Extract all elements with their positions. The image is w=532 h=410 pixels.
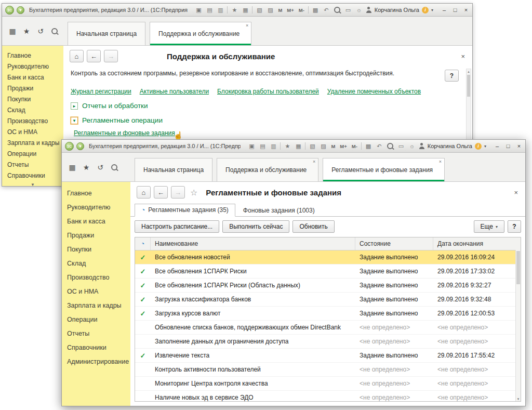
tab-close-icon[interactable]: × bbox=[246, 23, 248, 28]
calendar-icon[interactable]: ▧ bbox=[308, 142, 316, 150]
user-menu-chevron-icon[interactable]: ▾ bbox=[484, 144, 486, 149]
user-lock-link[interactable]: Блокировка работы пользователей bbox=[217, 88, 319, 95]
memory-plus-button[interactable]: М+ bbox=[339, 143, 348, 149]
sidebar-item-zarplata-i-kadry[interactable]: Зарплата и кадры bbox=[62, 298, 130, 312]
main-menu-button[interactable]: 1С bbox=[65, 142, 74, 151]
info-icon[interactable]: i bbox=[475, 143, 482, 150]
undo-icon[interactable]: ↶ bbox=[375, 142, 383, 150]
tab-start-page[interactable]: Начальная страница bbox=[68, 22, 145, 45]
run-now-button[interactable]: Выполнить сейчас bbox=[222, 220, 289, 233]
scroll-down-icon[interactable]: ▼ bbox=[516, 398, 521, 401]
close-button[interactable]: × bbox=[516, 143, 522, 149]
sidebar-scroll-down-icon[interactable]: ▼ bbox=[2, 182, 63, 186]
memory-plus-button[interactable]: М+ bbox=[286, 7, 295, 13]
sidebar-item-os-i-nma[interactable]: ОС и НМА bbox=[2, 126, 63, 137]
sidebar-item-bank-i-kassa[interactable]: Банк и касса bbox=[2, 72, 63, 83]
save-icon[interactable]: ▣ bbox=[194, 6, 203, 14]
sidebar-item-proizvodstvo[interactable]: Производство bbox=[62, 270, 130, 284]
tab-close-icon[interactable]: × bbox=[439, 159, 442, 164]
maximize-button[interactable]: □ bbox=[452, 7, 458, 13]
scrollbar-thumb[interactable] bbox=[467, 75, 470, 97]
favorites-icon[interactable]: ★ bbox=[283, 142, 291, 150]
subtab-scheduled-jobs[interactable]: ◔ Регламентные задания (35) bbox=[135, 204, 235, 217]
scheduled-jobs-link[interactable]: Регламентные и фоновые задания bbox=[74, 129, 175, 137]
user-name[interactable]: Корчагина Ольга bbox=[428, 143, 472, 149]
main-sections-icon[interactable]: ▦ bbox=[68, 163, 76, 171]
collapse-icon[interactable]: ▾ bbox=[71, 117, 78, 124]
sidebar-item-sklad[interactable]: Склад bbox=[2, 104, 63, 115]
history-icon[interactable]: ↺ bbox=[96, 163, 104, 171]
active-users-link[interactable]: Активные пользователи bbox=[140, 88, 209, 95]
tab-support[interactable]: Поддержка и обслуживание × bbox=[150, 22, 251, 45]
sidebar-item-zarplata-i-kadry[interactable]: Зарплата и кадры bbox=[2, 137, 63, 148]
sidebar-item-prodazhi[interactable]: Продажи bbox=[62, 228, 130, 242]
subtab-background-jobs[interactable]: Фоновые задания (1003) bbox=[236, 204, 322, 217]
refresh-button[interactable]: Обновить bbox=[292, 220, 334, 233]
favorites-icon[interactable]: ★ bbox=[230, 6, 238, 14]
table-row[interactable]: ✓ Все обновления 1СПАРК Риски Задание вы… bbox=[135, 264, 521, 279]
sidebar-item-sklad[interactable]: Склад bbox=[62, 256, 130, 270]
sidebar-item-prodazhi[interactable]: Продажи bbox=[2, 83, 63, 94]
recent-icon[interactable]: ▦ bbox=[241, 6, 249, 14]
main-menu-arrow-button[interactable]: ▾ bbox=[17, 6, 24, 14]
expand-icon[interactable]: ▸ bbox=[71, 102, 78, 110]
table-row[interactable]: ✓ Все обновления новостей Задание выполн… bbox=[135, 250, 521, 264]
memory-recall-button[interactable]: М bbox=[330, 143, 336, 149]
table-row[interactable]: Контроль активности пользователей <не оп… bbox=[135, 363, 521, 377]
undo-icon[interactable]: ↶ bbox=[322, 6, 330, 14]
table-row[interactable]: ✓ Загрузка классификатора банков Задание… bbox=[135, 293, 521, 307]
search-icon[interactable] bbox=[333, 6, 341, 14]
tab-support[interactable]: Поддержка и обслуживание × bbox=[217, 158, 318, 181]
back-button[interactable]: ← bbox=[87, 50, 101, 62]
main-sections-icon[interactable]: ▦ bbox=[8, 27, 17, 35]
date-column-header[interactable]: Дата окончания bbox=[433, 237, 521, 250]
calculator-icon[interactable]: ▨ bbox=[319, 142, 327, 150]
copy-icon[interactable]: ▩ bbox=[364, 142, 373, 150]
delete-marked-objects-link[interactable]: Удаление помеченных объектов bbox=[327, 88, 421, 95]
sidebar-item-glavnoe[interactable]: Главное bbox=[62, 186, 130, 200]
table-row[interactable]: ✓ Загрузка курсов валют Задание выполнен… bbox=[135, 307, 521, 321]
search-icon[interactable] bbox=[386, 142, 394, 150]
minimize-button[interactable]: – bbox=[494, 143, 500, 149]
calculator-icon[interactable]: ▨ bbox=[266, 6, 274, 14]
print-preview-icon[interactable]: ▥ bbox=[216, 6, 224, 14]
help-button[interactable]: ? bbox=[508, 220, 521, 233]
sidebar-item-spravochniki[interactable]: Справочники bbox=[62, 340, 130, 354]
close-button[interactable]: × bbox=[463, 7, 469, 13]
copy-icon[interactable]: ▩ bbox=[311, 6, 320, 14]
recent-icon[interactable]: ▦ bbox=[294, 142, 302, 150]
sidebar-item-proizvodstvo[interactable]: Производство bbox=[2, 115, 63, 126]
sidebar-item-pokupki[interactable]: Покупки bbox=[62, 242, 130, 256]
sidebar-item-otchety[interactable]: Отчеты bbox=[62, 326, 130, 340]
sidebar-item-rukovoditelyu[interactable]: Руководителю bbox=[2, 61, 63, 72]
sidebar-item-otchety[interactable]: Отчеты bbox=[2, 159, 63, 170]
maximize-button[interactable]: □ bbox=[505, 143, 511, 149]
memory-minus-button[interactable]: М- bbox=[298, 7, 305, 13]
memory-minus-button[interactable]: М- bbox=[351, 143, 358, 149]
user-menu-chevron-icon[interactable]: ▾ bbox=[431, 8, 433, 12]
user-name[interactable]: Корчагина Ольга bbox=[375, 7, 419, 13]
main-menu-button[interactable]: 1С bbox=[5, 6, 14, 15]
favorite-star-icon[interactable]: ☆ bbox=[190, 188, 197, 197]
panel-icon[interactable]: ▭ bbox=[397, 142, 405, 150]
minimize-button[interactable]: – bbox=[441, 7, 447, 13]
sidebar-item-bank-i-kassa[interactable]: Банк и касса bbox=[62, 214, 130, 228]
main-menu-arrow-button[interactable]: ▾ bbox=[76, 142, 84, 150]
table-row[interactable]: ✓ Извлечение текста Задание выполнено 29… bbox=[135, 349, 521, 363]
back-button[interactable]: ← bbox=[154, 186, 168, 199]
name-column-header[interactable]: Наименование bbox=[151, 237, 355, 250]
forward-button[interactable]: → bbox=[171, 186, 185, 199]
sidebar-item-rukovoditelyu[interactable]: Руководителю bbox=[62, 200, 130, 214]
close-form-icon[interactable]: × bbox=[461, 52, 466, 60]
sidebar-item-administrirovanie[interactable]: Администрирование bbox=[62, 354, 130, 368]
favorites-icon[interactable]: ★ bbox=[82, 163, 90, 171]
setup-schedule-button[interactable]: Настроить расписание... bbox=[135, 220, 219, 233]
help-button[interactable]: ? bbox=[445, 70, 459, 82]
print-preview-icon[interactable]: ▥ bbox=[269, 142, 277, 150]
scrollbar-thumb[interactable] bbox=[516, 251, 520, 284]
print-icon[interactable]: ▤ bbox=[258, 142, 267, 150]
state-column-header[interactable]: Состояние bbox=[355, 237, 433, 250]
memory-recall-button[interactable]: М bbox=[277, 7, 283, 13]
panel-icon[interactable]: ▭ bbox=[344, 6, 352, 14]
search-icon[interactable] bbox=[50, 27, 59, 35]
